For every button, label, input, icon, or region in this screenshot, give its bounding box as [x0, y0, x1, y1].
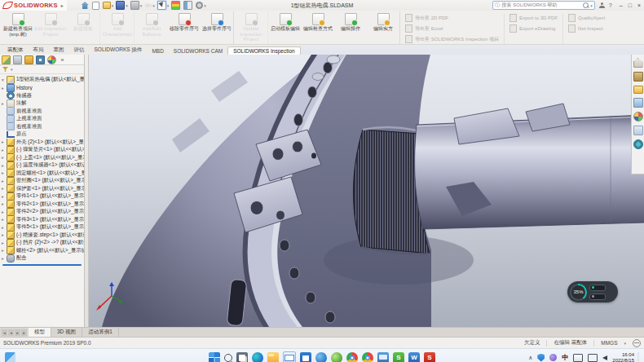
rollback-bar[interactable]	[2, 264, 82, 266]
tree-item[interactable]: ▸ 零件3<1> (默认<<默认>_显示状态	[0, 216, 84, 224]
overlay-toggle-2[interactable]	[589, 294, 606, 300]
tree-item[interactable]: ▸ 注解	[0, 99, 84, 108]
tree-item[interactable]: ▸ 螺栓<2> (默认<<默认>_显示状态	[0, 247, 84, 255]
tree-item[interactable]: ▸ 零件5<1> (默认<<默认>_显示状态	[0, 223, 84, 232]
search-icon[interactable]	[583, 2, 589, 8]
menu-expand-icon[interactable]: ▸	[61, 2, 64, 8]
task-pane-icon[interactable]	[633, 72, 643, 82]
export-item[interactable]: 导出至 2D PDF	[405, 14, 499, 22]
close-button[interactable]: ×	[637, 2, 641, 8]
dropdown-caret-icon[interactable]: ▾	[152, 3, 155, 8]
tree-item[interactable]: ▸ (-) 上盖<1> (默认<<默认>_显示状	[0, 154, 84, 162]
overlay-toggle-1[interactable]	[589, 285, 606, 291]
ribbon-button[interactable]: Update Inspection Project	[235, 11, 268, 44]
command-tab[interactable]: 布局	[29, 46, 49, 55]
dropdown-caret-icon[interactable]: ▾	[204, 3, 206, 8]
export-item[interactable]: 导出至 SOLIDWORKS Inspection 项目	[405, 35, 499, 43]
widgets-button[interactable]	[5, 352, 15, 362]
tray-overflow-icon[interactable]: ∧	[528, 355, 532, 361]
manager-tab-icon[interactable]	[36, 55, 45, 64]
taskbar-app-icon[interactable]	[300, 352, 311, 362]
command-tab[interactable]: SOLIDWORKS 插件	[90, 46, 148, 55]
tree-root-item[interactable]: ▾ 1型铠装热电偶 (默认<默认_显示状态-1>	[0, 75, 84, 84]
command-tab[interactable]: SOLIDWORKS CAM	[169, 47, 227, 55]
task-pane-icon[interactable]	[633, 86, 643, 94]
tree-item[interactable]: ▸ 零件2<1> (默认<<默认>_显示状态	[0, 201, 84, 209]
document-tab[interactable]: 模型	[29, 328, 51, 337]
graphics-viewport[interactable]: ⊕ ⊞ ↶ ◧ ▾	[89, 55, 644, 327]
tree-item[interactable]: ▸ 配合	[0, 254, 84, 263]
task-pane-icon[interactable]	[633, 126, 643, 135]
quick-access-button[interactable]: ▾	[103, 2, 114, 9]
ribbon-button[interactable]: 新建检查项目 (snp.树)	[2, 11, 34, 44]
task-pane-icon[interactable]	[633, 112, 643, 121]
ribbon-button[interactable]: 编辑操作	[334, 11, 367, 44]
quick-access-button[interactable]	[171, 1, 181, 10]
ribbon-button[interactable]: Add/Edit Balloons	[135, 11, 168, 44]
tree-item[interactable]: ▸ (-) 挡片 (2)<2> ->? (默认<<默认	[0, 239, 84, 247]
scroll-last-icon[interactable]: ▸	[21, 329, 27, 336]
tree-item[interactable]: 传感器	[0, 92, 84, 100]
tray-app-icon[interactable]	[549, 354, 557, 361]
taskbar-app-icon[interactable]	[236, 352, 248, 362]
tree-item[interactable]: ▸ 保护套<1> (默认<<默认>_显示状态	[0, 185, 84, 193]
quick-access-button[interactable]: ▾	[116, 1, 128, 10]
units-selector[interactable]: MMGS	[601, 340, 617, 346]
command-tab[interactable]: 草图	[49, 46, 69, 55]
tree-item[interactable]: 原点	[0, 130, 84, 139]
scroll-prev-icon[interactable]: ◂	[8, 329, 14, 336]
taskbar-app-icon[interactable]	[252, 352, 263, 362]
keyboard-icon[interactable]	[573, 354, 583, 362]
ribbon-button[interactable]: 选择零件序号	[201, 11, 234, 44]
help-button[interactable]: ?	[609, 2, 612, 8]
document-tab[interactable]: 3D 视图	[51, 328, 82, 337]
ribbon-button[interactable]: 启动模板编辑	[269, 11, 302, 44]
ribbon-button[interactable]: 编辑实方	[367, 11, 399, 44]
scroll-next-icon[interactable]: ▸	[15, 329, 20, 336]
defender-shield-icon[interactable]	[537, 354, 545, 362]
command-tab[interactable]: 评估	[69, 46, 90, 55]
taskbar-app-icon[interactable]	[283, 351, 296, 362]
restore-button[interactable]: □	[629, 2, 632, 8]
command-tab[interactable]: 装配体	[2, 46, 29, 55]
export-item[interactable]: QualityXpert	[568, 14, 605, 22]
tree-item[interactable]: ▸ (-) 弹簧垫片<1> (默认<<默认>_显	[0, 146, 84, 154]
taskbar-app-icon[interactable]: S	[424, 352, 435, 362]
taskbar-app-icon[interactable]	[362, 352, 373, 362]
quick-access-button[interactable]: ▾	[157, 1, 170, 10]
task-pane-icon[interactable]	[633, 58, 643, 68]
dropdown-caret-icon[interactable]: ▾	[112, 3, 114, 8]
taskbar-app-icon[interactable]	[209, 352, 220, 362]
tree-item[interactable]: ▸ 零件2<2> (默认<<默认>_显示状态	[0, 208, 84, 216]
task-pane-icon[interactable]	[633, 139, 643, 149]
tree-item[interactable]: ▸ 零件1<1> (默认<<默认>_显示状态=	[0, 192, 84, 201]
command-tab[interactable]: SOLIDWORKS Inspection	[227, 46, 301, 55]
taskbar-app-icon[interactable]: W	[408, 352, 420, 362]
taskbar-clock[interactable]: 16:04 2022/8/15	[612, 352, 639, 362]
taskbar-app-icon[interactable]	[331, 352, 342, 362]
ribbon-button[interactable]: Add Characteristic	[101, 11, 135, 44]
dropdown-caret-icon[interactable]: ▾	[167, 3, 170, 8]
dropdown-caret-icon[interactable]: ▾	[140, 3, 143, 8]
tree-item[interactable]: ▸ (-) 绝缘套.step<1> (默认<<默认>	[0, 232, 84, 240]
network-monitor-icon[interactable]	[588, 354, 598, 362]
quick-access-button[interactable]: ▾	[144, 2, 155, 9]
export-item[interactable]: Net-Inspect	[568, 24, 605, 33]
manager-tab-icon[interactable]	[2, 55, 11, 64]
tree-item[interactable]: 前视基准面	[0, 108, 84, 116]
taskbar-app-icon[interactable]	[346, 352, 358, 362]
ime-indicator[interactable]: 中	[562, 353, 568, 362]
quick-access-button[interactable]: ▾	[130, 1, 143, 10]
user-account-icon[interactable]	[599, 2, 605, 8]
tree-item[interactable]: ▸ (-) 温度传感器<1> (默认<<默认>_	[0, 161, 84, 170]
taskbar-app-icon[interactable]	[224, 354, 232, 362]
taskbar-app-icon[interactable]: S	[393, 352, 404, 362]
solidworks-logo[interactable]: SOLIDWORKS ▸	[0, 0, 67, 11]
scroll-first-icon[interactable]: ◂	[2, 329, 7, 336]
tree-filter-row[interactable]: ▾	[0, 65, 84, 74]
ribbon-button[interactable]: Edit Inspection Project	[34, 11, 67, 44]
manager-tab-icon[interactable]: »	[59, 56, 66, 64]
tree-item[interactable]: ▸ 外壳 (2)<1> (默认<<默认>_显示状	[0, 139, 84, 147]
taskbar-app-icon[interactable]	[377, 352, 389, 362]
status-options-icon[interactable]	[633, 339, 641, 347]
